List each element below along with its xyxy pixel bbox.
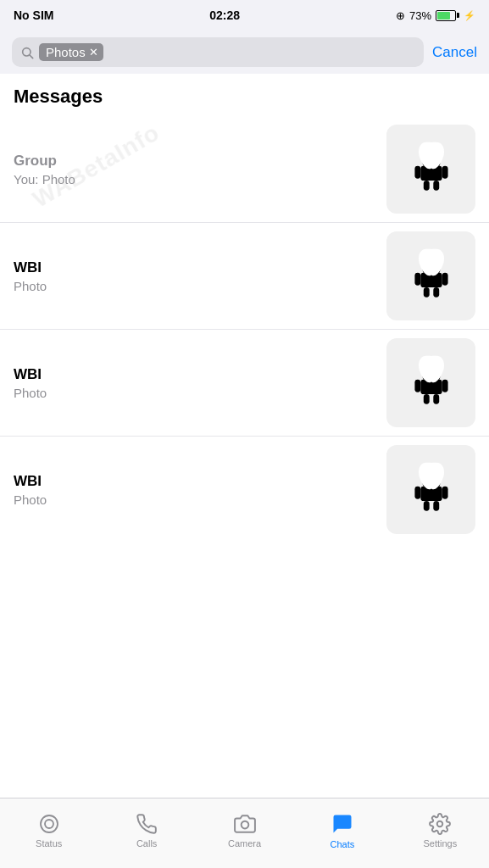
tab-label-status: Status bbox=[36, 838, 62, 849]
status-right: ⊕ 73% ⚡ bbox=[396, 9, 475, 22]
status-icon bbox=[38, 813, 60, 835]
svg-rect-2 bbox=[420, 165, 442, 180]
svg-rect-31 bbox=[433, 394, 439, 404]
svg-point-46 bbox=[437, 821, 443, 827]
svg-rect-8 bbox=[414, 165, 420, 178]
message-text-block: WBI Photo bbox=[14, 473, 376, 507]
message-text-block: Group You: Photo bbox=[14, 153, 376, 186]
message-text-block: WBI Photo bbox=[14, 366, 376, 400]
svg-rect-12 bbox=[420, 272, 442, 287]
svg-point-42 bbox=[41, 815, 58, 832]
message-item[interactable]: WBI Photo bbox=[0, 437, 489, 542]
svg-rect-38 bbox=[414, 486, 420, 498]
cancel-button[interactable]: Cancel bbox=[432, 44, 477, 61]
settings-icon bbox=[429, 813, 451, 835]
chats-icon bbox=[331, 812, 354, 836]
message-item[interactable]: WBI Photo bbox=[0, 223, 489, 330]
calls-icon bbox=[136, 813, 158, 835]
search-input-wrapper[interactable]: Photos ✕ bbox=[12, 37, 424, 67]
tab-item-settings[interactable]: Settings bbox=[392, 798, 489, 854]
svg-rect-21 bbox=[433, 287, 439, 298]
svg-rect-10 bbox=[423, 181, 429, 191]
status-bar: No SIM 02:28 ⊕ 73% ⚡ bbox=[0, 0, 489, 31]
message-thumbnail bbox=[386, 338, 475, 427]
message-item[interactable]: WBI Photo bbox=[0, 330, 489, 437]
message-text-block: WBI Photo bbox=[14, 259, 376, 293]
message-preview: Photo bbox=[14, 279, 376, 293]
battery-percent: 73% bbox=[409, 9, 431, 22]
svg-rect-41 bbox=[433, 501, 439, 511]
message-name: WBI bbox=[14, 259, 376, 276]
tab-label-settings: Settings bbox=[423, 838, 457, 849]
svg-point-43 bbox=[45, 820, 53, 828]
svg-rect-19 bbox=[442, 272, 447, 285]
message-preview: Photo bbox=[14, 492, 376, 507]
message-thumbnail bbox=[386, 125, 475, 214]
svg-rect-18 bbox=[414, 272, 420, 285]
search-chip-label: Photos bbox=[46, 45, 86, 59]
svg-rect-22 bbox=[420, 379, 442, 393]
svg-rect-30 bbox=[423, 394, 429, 404]
lock-icon: ⊕ bbox=[396, 9, 405, 22]
combo-logo-icon bbox=[397, 349, 465, 417]
combo-logo-icon bbox=[397, 242, 465, 310]
search-chip[interactable]: Photos ✕ bbox=[39, 43, 103, 61]
tab-item-status[interactable]: Status bbox=[0, 798, 97, 854]
main-content: WABetaInfo Messages Group You: Photo bbox=[0, 74, 489, 798]
svg-rect-40 bbox=[423, 501, 429, 511]
search-chip-close-icon[interactable]: ✕ bbox=[89, 47, 98, 58]
time-label: 02:28 bbox=[209, 8, 240, 22]
combo-logo-icon bbox=[397, 136, 465, 203]
message-name: Group bbox=[14, 153, 376, 170]
search-bar: Photos ✕ Cancel bbox=[0, 31, 489, 74]
search-icon bbox=[20, 46, 34, 59]
message-preview: Photo bbox=[14, 386, 376, 400]
tab-bar: Status Calls Camera Chats Settings bbox=[0, 798, 489, 868]
svg-rect-9 bbox=[442, 165, 447, 178]
svg-rect-39 bbox=[442, 486, 447, 498]
tab-label-camera: Camera bbox=[228, 838, 261, 849]
message-preview: You: Photo bbox=[14, 172, 376, 186]
message-item[interactable]: Group You: Photo bbox=[0, 116, 489, 223]
message-thumbnail bbox=[386, 231, 475, 320]
section-title: Messages bbox=[0, 74, 489, 116]
combo-logo-icon bbox=[397, 456, 465, 524]
svg-rect-11 bbox=[433, 181, 439, 191]
tab-item-calls[interactable]: Calls bbox=[97, 798, 195, 854]
message-name: WBI bbox=[14, 473, 376, 490]
svg-rect-29 bbox=[442, 379, 447, 392]
camera-icon bbox=[234, 813, 256, 835]
message-thumbnail bbox=[386, 445, 475, 534]
svg-rect-32 bbox=[420, 486, 442, 500]
battery-icon bbox=[436, 10, 459, 21]
svg-point-44 bbox=[241, 821, 248, 829]
svg-rect-28 bbox=[414, 379, 420, 392]
tab-label-calls: Calls bbox=[136, 838, 157, 849]
carrier-label: No SIM bbox=[14, 8, 53, 22]
message-name: WBI bbox=[14, 366, 376, 383]
svg-rect-20 bbox=[423, 287, 429, 298]
tab-label-chats: Chats bbox=[331, 839, 355, 849]
tab-item-chats[interactable]: Chats bbox=[293, 798, 391, 854]
charging-icon: ⚡ bbox=[464, 10, 475, 21]
svg-line-1 bbox=[30, 55, 33, 58]
tab-item-camera[interactable]: Camera bbox=[196, 798, 293, 854]
